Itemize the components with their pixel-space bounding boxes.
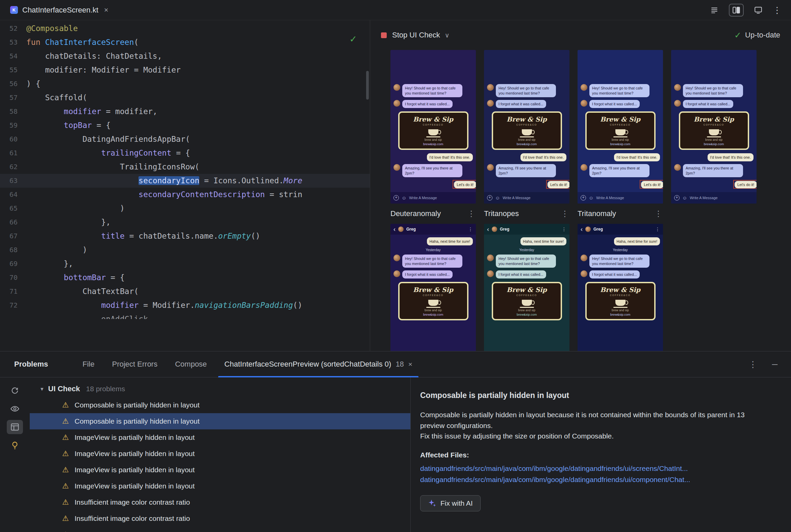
editor-toolbar-icons: ⋮ — [710, 4, 781, 17]
problem-item[interactable]: ⚠Insufficient text color contrast ratio — [30, 527, 410, 532]
card-brand: Brew & Sip — [496, 115, 558, 123]
message-bubble: Haha, next time for sure! — [520, 237, 566, 245]
message-row: Haha, next time for sure! — [393, 237, 473, 245]
details-view-icon[interactable] — [7, 420, 23, 434]
tab-project-errors[interactable]: Project Errors — [103, 352, 166, 377]
brew-sip-card: Brew & Sip COFFEE&CO brew and sip brew&s… — [492, 111, 562, 150]
warning-icon: ⚠ — [62, 466, 69, 474]
editor-scrollbar[interactable] — [366, 71, 369, 100]
brew-sip-card: Brew & Sip COFFEE&CO brew and sip brew&s… — [585, 111, 656, 150]
line-number: 66 — [0, 215, 18, 229]
tab-chat-interface-screen-preview[interactable]: ChatInterfaceScreenPreview (sortedChatDe… — [216, 352, 421, 377]
close-tab-icon[interactable]: × — [104, 6, 108, 15]
brew-sip-card: Brew & Sip COFFEE&CO brew and sip brew&s… — [585, 282, 656, 320]
chat-preview-phone[interactable]: ‹ Greg ⋮ Haha, next time for sure! Yeste… — [577, 224, 663, 351]
message-bubble: Let's do it! — [641, 181, 663, 188]
code-line: 71 ChatTextBar( — [0, 285, 370, 299]
coffee-cup-icon — [615, 129, 626, 135]
kebab-icon[interactable]: ⋮ — [655, 209, 663, 218]
message-row: I forgot what it was called... — [674, 100, 754, 108]
tab-compose[interactable]: Compose — [166, 352, 216, 377]
chat-preview-phone[interactable]: ‹ Greg ⋮ Haha, next time for sure! Yeste… — [390, 224, 476, 351]
problem-item[interactable]: ⚠ImageView is partially hidden in layout — [30, 445, 410, 462]
problem-item[interactable]: ⚠ImageView is partially hidden in layout — [30, 462, 410, 478]
message-row: Hey! Should we go to that cafe you menti… — [487, 84, 566, 97]
card-tagline: COFFEE&CO — [402, 294, 464, 297]
coffee-cup-icon — [522, 300, 532, 306]
problems-tool-label[interactable]: Problems — [14, 360, 48, 368]
ui-check-group-row[interactable]: ▾ UI Check 18 problems — [30, 381, 410, 397]
message-bubble: I forgot what it was called... — [683, 100, 733, 108]
fix-with-ai-button[interactable]: Fix with AI — [420, 495, 481, 511]
card-url: brew&sip.com — [402, 312, 464, 316]
code-line: 70 bottomBar = { — [0, 271, 370, 285]
day-divider: Yesterday — [390, 248, 476, 252]
code-line: 60 DatingAndFriendsAppBar( — [0, 132, 370, 146]
avatar — [674, 100, 681, 107]
coffee-cup-icon — [428, 129, 438, 135]
problem-text: Composable is partially hidden in layout — [75, 417, 200, 425]
affected-file-link[interactable]: datingandfriends/src/main/java/com/ibm/g… — [420, 464, 777, 473]
message-bubble: Hey! Should we go to that cafe you menti… — [683, 84, 743, 97]
layout-issue-highlight: Let's do it! — [733, 180, 757, 189]
card-caption: brew and sip — [589, 308, 651, 312]
sections-list-icon[interactable] — [710, 6, 719, 15]
main-split: 52@Composable53fun ChatInterfaceScreen(5… — [0, 20, 791, 351]
lightbulb-icon[interactable] — [7, 438, 23, 452]
chat-preview-phone[interactable]: Hey! Should we go to that cafe you menti… — [577, 50, 663, 204]
problem-title: Composable is partially hidden in layout — [420, 391, 777, 400]
stop-icon[interactable] — [381, 33, 387, 38]
message-input-bar: + ☺ Write A Message — [484, 192, 569, 204]
ai-sparkle-icon — [428, 499, 436, 507]
warning-icon: ⚠ — [62, 499, 69, 506]
message-input-bar: + ☺ Write A Message — [390, 192, 476, 204]
message-row: Hey! Should we go to that cafe you menti… — [674, 84, 754, 97]
card-url: brew&sip.com — [589, 142, 651, 146]
coffee-cup-icon — [428, 300, 438, 306]
chat-header: ‹ Greg ⋮ — [390, 224, 476, 234]
problem-item[interactable]: ⚠Insufficient image color contrast ratio — [30, 494, 410, 510]
card-tagline: COFFEE&CO — [496, 124, 558, 126]
chevron-down-icon[interactable]: ∨ — [445, 32, 449, 39]
split-editor-button[interactable] — [729, 4, 744, 17]
message-row-clipped-issue: Let's do it! — [674, 180, 754, 189]
problem-item[interactable]: ⚠ImageView is partially hidden in layout — [30, 430, 410, 445]
message-bubble: Amazing, I'll see you there at 2pm? — [683, 164, 743, 177]
file-tab[interactable]: K ChatInterfaceScreen.kt × — [5, 0, 113, 20]
back-icon: ‹ — [393, 226, 396, 232]
preview-display-icon[interactable] — [754, 6, 762, 15]
line-number: 61 — [0, 146, 18, 160]
code-editor[interactable]: 52@Composable53fun ChatInterfaceScreen(5… — [0, 20, 370, 351]
tab-file[interactable]: File — [74, 352, 103, 377]
more-options-icon[interactable]: ⋮ — [773, 6, 781, 15]
message-bubble: Hey! Should we go to that cafe you menti… — [589, 84, 649, 97]
panel-options-icon[interactable]: ⋮ — [749, 360, 757, 369]
chat-preview-phone[interactable]: Hey! Should we go to that cafe you menti… — [671, 50, 757, 204]
brew-sip-card: Brew & Sip COFFEE&CO brew and sip brew&s… — [398, 111, 468, 150]
tab-problem-count: 18 — [396, 360, 404, 368]
minimize-panel-icon[interactable]: ─ — [772, 360, 777, 369]
stop-ui-check-button[interactable]: Stop UI Check — [392, 31, 440, 39]
avatar — [393, 84, 400, 91]
avatar — [487, 270, 494, 277]
refresh-icon[interactable] — [7, 383, 23, 398]
chat-preview-phone[interactable]: Hey! Should we go to that cafe you menti… — [484, 50, 569, 204]
problem-item[interactable]: ⚠ImageView is partially hidden in layout — [30, 478, 410, 494]
preview-label: Tritanopes — [484, 209, 519, 218]
message-bubble: I forgot what it was called... — [496, 100, 546, 108]
kebab-icon[interactable]: ⋮ — [467, 209, 476, 218]
problem-item[interactable]: ⚠Composable is partially hidden in layou… — [30, 413, 410, 430]
problem-item[interactable]: ⚠Composable is partially hidden in layou… — [30, 397, 410, 413]
line-number: 60 — [0, 132, 18, 146]
affected-file-link[interactable]: datingandfriends/src/main/java/com/ibm/g… — [420, 476, 777, 484]
warning-icon: ⚠ — [62, 418, 69, 425]
file-tab-title: ChatInterfaceScreen.kt — [22, 6, 98, 15]
problem-item[interactable]: ⚠Insufficient image color contrast ratio — [30, 510, 410, 527]
chat-preview-phone[interactable]: ‹ Greg ⋮ Haha, next time for sure! Yeste… — [484, 224, 569, 351]
chat-preview-phone[interactable]: Hey! Should we go to that cafe you menti… — [390, 50, 476, 204]
close-tab-icon[interactable]: × — [408, 360, 412, 368]
chevron-down-icon[interactable]: ▾ — [40, 385, 43, 393]
message-row-clipped-issue: Let's do it! — [487, 180, 566, 189]
eye-icon[interactable] — [7, 402, 23, 416]
kebab-icon[interactable]: ⋮ — [561, 209, 569, 218]
